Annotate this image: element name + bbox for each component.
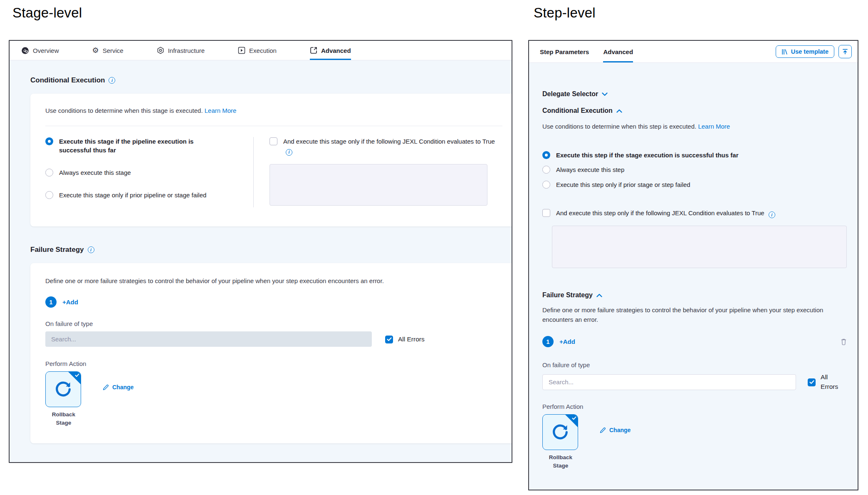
- radio-execute-if-failed[interactable]: Execute this stage only if prior pipelin…: [45, 191, 253, 200]
- change-action-button[interactable]: Change: [103, 384, 134, 391]
- heading-text: Failure Strategy: [542, 291, 593, 299]
- jexl-condition-checkbox-row[interactable]: And execute this stage only if the follo…: [270, 137, 502, 156]
- label-text: And execute this stage only if the follo…: [283, 138, 495, 145]
- failure-strategy-description: Define one or more failure strategies to…: [45, 276, 502, 286]
- rollback-stage-action-card[interactable]: [45, 371, 81, 407]
- description-text: Use conditions to determine when this st…: [45, 107, 203, 114]
- strategy-count-badge[interactable]: 1: [542, 336, 554, 347]
- selected-action-label: Rollback Stage: [45, 410, 82, 427]
- radio-execute-if-failed[interactable]: Execute this step only if prior stage or…: [542, 180, 847, 189]
- radio-always-execute[interactable]: Always execute this step: [542, 165, 847, 174]
- change-action-button[interactable]: Change: [600, 427, 631, 433]
- radio-icon: [45, 169, 53, 177]
- save-as-template-button[interactable]: [838, 45, 852, 58]
- radio-icon: [542, 166, 550, 174]
- stage-advanced-panel: Overview ⚙ Service Infrastructure Execut…: [9, 40, 512, 463]
- advanced-icon: [310, 47, 317, 54]
- radio-label: Always execute this step: [556, 165, 624, 174]
- heading-text: Conditional Execution: [30, 76, 105, 85]
- radio-selected-icon: [542, 151, 550, 159]
- add-strategy-button[interactable]: +Add: [62, 298, 78, 306]
- pencil-icon: [103, 384, 109, 391]
- check-icon: [75, 373, 79, 377]
- checkbox-checked-icon: [808, 378, 816, 386]
- failure-strategy-description: Define one or more failure strategies to…: [542, 306, 847, 324]
- jexl-condition-input[interactable]: [270, 164, 487, 206]
- jexl-checkbox-label: And execute this stage only if the follo…: [283, 137, 502, 156]
- learn-more-link[interactable]: Learn More: [205, 107, 237, 114]
- conditional-execution-card: Use conditions to determine when this st…: [30, 94, 512, 226]
- tab-label: Advanced: [603, 48, 633, 55]
- tab-label: Service: [103, 47, 124, 54]
- jexl-condition-input[interactable]: [552, 226, 847, 268]
- trash-icon: [841, 338, 847, 345]
- failure-strategy-card: Define one or more failure strategies to…: [30, 263, 512, 444]
- heading-text: Conditional Execution: [542, 107, 613, 114]
- selected-action-label: Rollback Stage: [542, 453, 579, 470]
- info-icon[interactable]: i: [88, 246, 94, 253]
- conditional-execution-heading[interactable]: Conditional Execution: [542, 107, 847, 114]
- tab-advanced[interactable]: Advanced: [603, 41, 633, 62]
- tab-step-parameters[interactable]: Step Parameters: [540, 41, 589, 62]
- failure-strategy-heading[interactable]: Failure Strategy: [542, 291, 847, 299]
- failure-strategy-heading: Failure Strategy i: [30, 246, 512, 254]
- info-icon[interactable]: i: [286, 149, 292, 156]
- tab-label: Execution: [249, 47, 277, 54]
- info-icon[interactable]: i: [109, 77, 115, 84]
- step-tabbar: Step Parameters Advanced Use template: [529, 41, 858, 63]
- radio-always-execute[interactable]: Always execute this stage: [45, 168, 253, 177]
- radio-label: Execute this step if the stage execution…: [556, 151, 738, 160]
- delegate-selector-heading[interactable]: Delegate Selector: [542, 90, 847, 98]
- use-template-button[interactable]: Use template: [776, 45, 834, 58]
- failure-type-search-input[interactable]: [45, 331, 372, 347]
- checkbox-checked-icon: [385, 336, 393, 343]
- all-errors-label: All Errors: [398, 335, 425, 344]
- conditional-execution-heading: Conditional Execution i: [30, 76, 512, 85]
- radio-label: Execute this stage if the pipeline execu…: [59, 137, 213, 155]
- all-errors-label: All Errors: [821, 373, 847, 391]
- radio-group: Execute this step if the stage execution…: [542, 151, 847, 189]
- checkbox-icon: [542, 209, 550, 217]
- chevron-up-icon: [616, 109, 622, 113]
- label-text: And execute this step only if the follow…: [556, 209, 764, 216]
- jexl-checkbox-label: And execute this step only if the follow…: [556, 209, 775, 219]
- upload-icon: [842, 48, 848, 55]
- execution-play-icon: [238, 47, 245, 54]
- rollback-stage-action-card[interactable]: [542, 414, 578, 450]
- stage-panel-content: Conditional Execution i Use conditions t…: [10, 76, 512, 443]
- conditional-execution-description: Use conditions to determine when this st…: [45, 106, 502, 116]
- tab-service[interactable]: ⚙ Service: [92, 41, 124, 60]
- chevron-up-icon: [596, 294, 602, 297]
- change-label: Change: [112, 384, 134, 391]
- heading-text: Delegate Selector: [542, 90, 598, 98]
- tab-overview[interactable]: Overview: [21, 41, 59, 60]
- strategy-count-badge[interactable]: 1: [45, 296, 57, 308]
- stage-tabbar: Overview ⚙ Service Infrastructure Execut…: [10, 41, 512, 60]
- service-gear-icon: ⚙: [92, 47, 99, 54]
- divider: [45, 126, 502, 126]
- all-errors-checkbox-row[interactable]: All Errors: [385, 335, 425, 344]
- overview-icon: [21, 47, 29, 55]
- radio-label: Execute this stage only if prior pipelin…: [59, 191, 206, 200]
- tab-execution[interactable]: Execution: [238, 41, 277, 60]
- radio-execute-if-successful[interactable]: Execute this step if the stage execution…: [542, 151, 847, 160]
- tab-advanced[interactable]: Advanced: [310, 41, 351, 60]
- jexl-condition-checkbox-row[interactable]: And execute this step only if the follow…: [542, 209, 847, 219]
- tab-label: Overview: [33, 47, 59, 54]
- radio-selected-icon: [45, 137, 53, 145]
- on-failure-label: On failure of type: [542, 361, 847, 368]
- delete-strategy-button[interactable]: [841, 338, 847, 345]
- failure-type-search-input[interactable]: [542, 374, 796, 390]
- infrastructure-icon: [157, 47, 164, 54]
- check-icon: [572, 416, 576, 420]
- tab-infrastructure[interactable]: Infrastructure: [157, 41, 205, 60]
- add-strategy-button[interactable]: +Add: [559, 338, 575, 345]
- radio-execute-if-successful[interactable]: Execute this stage if the pipeline execu…: [45, 137, 253, 155]
- all-errors-checkbox-row[interactable]: All Errors: [808, 373, 847, 391]
- checkbox-icon: [270, 137, 277, 145]
- use-template-label: Use template: [791, 48, 828, 55]
- chevron-down-icon: [602, 92, 608, 96]
- info-icon[interactable]: i: [769, 211, 775, 218]
- step-panel-content: Delegate Selector Conditional Execution …: [529, 90, 858, 470]
- learn-more-link[interactable]: Learn More: [698, 123, 730, 130]
